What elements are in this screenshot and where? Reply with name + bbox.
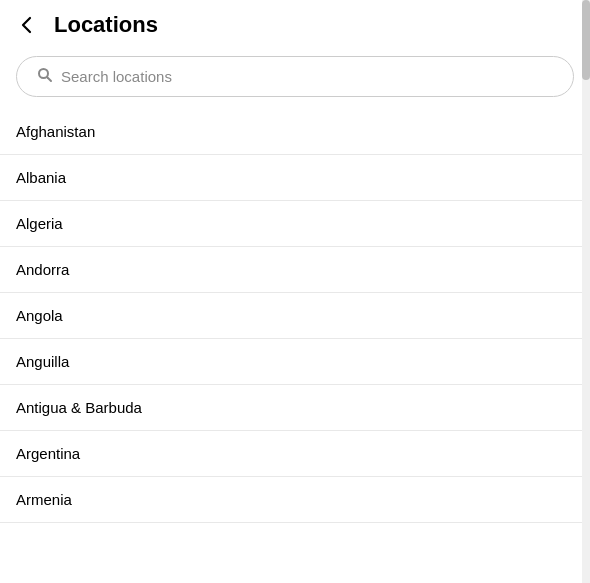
svg-point-0 [39,69,48,78]
search-icon [37,67,53,86]
search-placeholder-text: Search locations [61,68,172,85]
svg-line-1 [48,78,52,82]
list-item[interactable]: Andorra [0,247,590,293]
back-button[interactable] [12,10,42,40]
list-item[interactable]: Angola [0,293,590,339]
list-item[interactable]: Anguilla [0,339,590,385]
search-bar[interactable]: Search locations [16,56,574,97]
scrollbar[interactable] [582,0,590,583]
scrollbar-thumb[interactable] [582,0,590,80]
list-item[interactable]: Afghanistan [0,109,590,155]
list-item[interactable]: Argentina [0,431,590,477]
list-item[interactable]: Algeria [0,201,590,247]
list-item[interactable]: Antigua & Barbuda [0,385,590,431]
page-title: Locations [54,12,158,38]
locations-list: AfghanistanAlbaniaAlgeriaAndorraAngolaAn… [0,109,590,582]
search-container: Search locations [0,50,590,109]
header: Locations [0,0,590,50]
list-item[interactable]: Armenia [0,477,590,523]
list-item[interactable]: Albania [0,155,590,201]
